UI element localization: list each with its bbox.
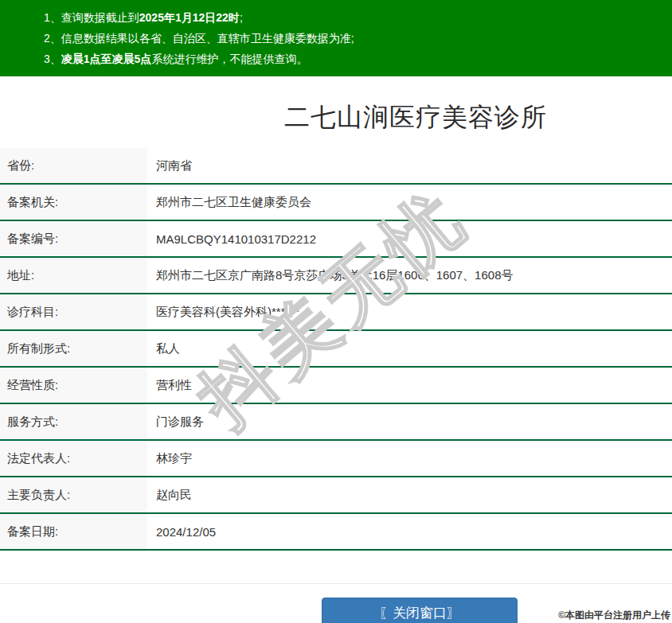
record-value: 郑州市二七区京广南路8号京莎广场3单元16层1606、1607、1608号 bbox=[147, 258, 513, 293]
record-row-address: 地址: 郑州市二七区京广南路8号京莎广场3单元16层1606、1607、1608… bbox=[0, 258, 672, 294]
notice-3-tail: 系统进行维护，不能提供查询。 bbox=[151, 53, 307, 65]
record-value: 门诊服务 bbox=[147, 404, 204, 439]
record-label: 备案机关: bbox=[0, 185, 147, 220]
record-value: 营利性 bbox=[147, 368, 192, 403]
record-table: 省份: 河南省 备案机关: 郑州市二七区卫生健康委员会 备案编号: MA9LCB… bbox=[0, 148, 672, 551]
record-row-province: 省份: 河南省 bbox=[0, 148, 672, 185]
record-row-number: 备案编号: MA9LCBQY141010317D2212 bbox=[0, 221, 672, 258]
page-title: 二七山涧医疗美容诊所 bbox=[80, 76, 672, 130]
footer-divider bbox=[0, 583, 672, 584]
record-row-record-date: 备案日期: 2024/12/05 bbox=[0, 514, 672, 551]
upload-attribution-watermark: ©本图由平台注册用户上传 bbox=[558, 609, 670, 622]
notice-line-2: 2、信息数据结果以各省、自治区、直辖市卫生健康委数据为准; bbox=[44, 28, 664, 49]
notice-line-1: 1、查询数据截止到2025年1月12日22时; bbox=[44, 7, 664, 28]
record-label: 备案日期: bbox=[0, 514, 147, 549]
record-label: 经营性质: bbox=[0, 368, 147, 403]
record-label: 主要负责人: bbox=[0, 477, 147, 512]
notice-1-text: 1、查询数据截止到 bbox=[44, 11, 139, 24]
notice-bar: 1、查询数据截止到2025年1月12日22时; 2、信息数据结果以各省、自治区、… bbox=[0, 0, 672, 76]
record-row-nature: 经营性质: 营利性 bbox=[0, 368, 672, 404]
record-label: 服务方式: bbox=[0, 404, 147, 439]
record-label: 所有制形式: bbox=[0, 331, 147, 366]
record-value: 河南省 bbox=[147, 148, 192, 183]
record-value: MA9LCBQY141010317D2212 bbox=[147, 221, 316, 256]
notice-2-text: 2、信息数据结果以各省、自治区、直辖市卫生健康委数据为准 bbox=[44, 32, 351, 45]
close-window-button[interactable]: 〖关闭窗口〗 bbox=[322, 598, 518, 623]
record-value: 2024/12/05 bbox=[147, 514, 216, 549]
record-label: 备案编号: bbox=[0, 221, 147, 256]
record-row-service-mode: 服务方式: 门诊服务 bbox=[0, 404, 672, 441]
record-label: 诊疗科目: bbox=[0, 294, 147, 329]
record-row-departments: 诊疗科目: 医疗美容科(美容外科)****** bbox=[0, 294, 672, 331]
record-row-legal-rep: 法定代表人: 林珍宇 bbox=[0, 441, 672, 477]
notice-1-bold: 2025年1月12日22时 bbox=[139, 11, 240, 24]
notice-line-3: 3、凌晨1点至凌晨5点系统进行维护，不能提供查询。 bbox=[44, 49, 664, 69]
notice-3-text: 3、 bbox=[44, 53, 61, 65]
record-row-ownership: 所有制形式: 私人 bbox=[0, 331, 672, 368]
record-value: 赵向民 bbox=[147, 477, 192, 512]
record-value: 私人 bbox=[147, 331, 180, 366]
record-row-authority: 备案机关: 郑州市二七区卫生健康委员会 bbox=[0, 185, 672, 221]
record-label: 省份: bbox=[0, 148, 147, 183]
record-value: 林珍宇 bbox=[147, 441, 192, 476]
notice-3-bold: 凌晨1点至凌晨5点 bbox=[61, 53, 152, 65]
record-label: 地址: bbox=[0, 258, 147, 293]
record-row-person-in-charge: 主要负责人: 赵向民 bbox=[0, 477, 672, 514]
notice-1-tail: ; bbox=[240, 11, 243, 24]
record-value: 郑州市二七区卫生健康委员会 bbox=[147, 185, 311, 220]
record-value: 医疗美容科(美容外科)****** bbox=[147, 294, 299, 329]
record-label: 法定代表人: bbox=[0, 441, 147, 476]
notice-2-tail: ; bbox=[351, 32, 354, 45]
